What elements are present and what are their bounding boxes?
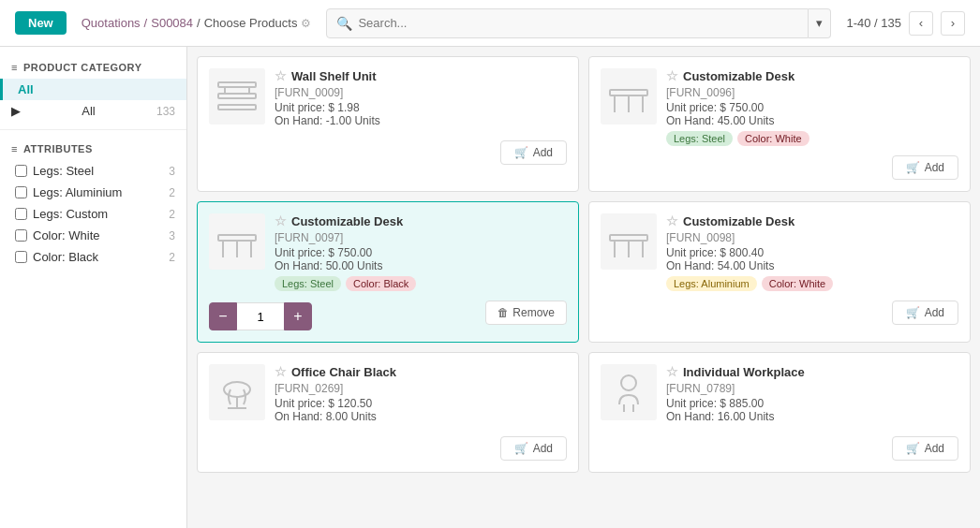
sidebar-item-all[interactable]: ▶ All 133: [0, 100, 186, 122]
sidebar-item-all-active[interactable]: All: [0, 79, 186, 100]
attr-checkbox-legs-steel[interactable]: [15, 165, 27, 177]
star-icon-6[interactable]: ☆: [666, 364, 678, 379]
sidebar-attr-color-black[interactable]: Color: Black 2: [0, 246, 186, 268]
product-info-wall-shelf-unit: ☆ Wall Shelf Unit [FURN_0009] Unit price…: [275, 68, 567, 131]
tag-legs-steel-3: Legs: Steel: [275, 276, 341, 291]
product-price-4: Unit price: $ 800.40: [666, 246, 958, 259]
attr-count-legs-steel: 3: [169, 165, 175, 178]
product-category-title: ≡ PRODUCT CATEGORY: [0, 56, 186, 79]
product-card-customizable-desk-98[interactable]: ☆ Customizable Desk [FURN_0098] Unit pri…: [588, 201, 971, 343]
product-info-desk-97: ☆ Customizable Desk [FURN_0097] Unit pri…: [275, 213, 567, 291]
star-icon-5[interactable]: ☆: [275, 364, 287, 379]
tag-color-white-2: Color: White: [737, 131, 809, 146]
cart-icon-5: 🛒: [514, 442, 528, 455]
attr-checkbox-legs-aluminium[interactable]: [15, 186, 27, 198]
svg-rect-1: [218, 94, 256, 98]
product-price-3: Unit price: $ 750.00: [275, 246, 567, 259]
attr-label-legs-aluminium: Legs: Aluminium: [33, 185, 122, 199]
attr-count-color-white: 3: [169, 229, 175, 242]
search-dropdown-button[interactable]: ▾: [809, 8, 831, 38]
product-code-2: [FURN_0096]: [666, 86, 958, 99]
add-button-desk-96[interactable]: 🛒 Add: [892, 155, 958, 180]
breadcrumb-s00084[interactable]: S00084: [151, 16, 193, 30]
cart-icon-6: 🛒: [906, 442, 920, 455]
product-tags-2: Legs: Steel Color: White: [666, 131, 958, 146]
product-image-wall-shelf-unit: [209, 68, 265, 125]
product-name-individual-workplace: ☆ Individual Workplace: [666, 364, 958, 379]
product-content: ☆ Wall Shelf Unit [FURN_0009] Unit price…: [187, 47, 980, 528]
star-icon-3[interactable]: ☆: [275, 213, 287, 228]
attr-label-legs-steel: Legs: Steel: [33, 164, 94, 178]
star-icon-1[interactable]: ☆: [275, 68, 287, 83]
product-footer-3: − + 🗑 Remove: [209, 295, 567, 330]
sidebar-attr-legs-steel[interactable]: Legs: Steel 3: [0, 160, 186, 182]
add-button-wall-shelf-unit[interactable]: 🛒 Add: [500, 140, 567, 165]
attr-label-legs-custom: Legs: Custom: [33, 207, 108, 221]
product-stock-5: On Hand: 8.00 Units: [275, 410, 567, 423]
add-label-2: Add: [925, 161, 944, 174]
product-footer-5: 🛒 Add: [209, 436, 567, 461]
product-stock-2: On Hand: 45.00 Units: [666, 114, 958, 127]
quantity-increase-button-3[interactable]: +: [284, 302, 312, 330]
product-card-customizable-desk-97[interactable]: ☆ Customizable Desk [FURN_0097] Unit pri…: [197, 201, 579, 343]
add-button-individual-workplace[interactable]: 🛒 Add: [892, 436, 958, 461]
quantity-input-3[interactable]: [237, 302, 284, 330]
attr-checkbox-legs-custom[interactable]: [15, 208, 27, 220]
breadcrumb-quotations[interactable]: Quotations: [82, 16, 141, 30]
star-icon-4[interactable]: ☆: [666, 213, 678, 228]
attr-count-color-black: 2: [169, 251, 175, 264]
product-stock-4: On Hand: 54.00 Units: [666, 259, 958, 272]
product-title-individual-workplace: Individual Workplace: [683, 365, 805, 379]
product-card-wall-shelf-unit[interactable]: ☆ Wall Shelf Unit [FURN_0009] Unit price…: [197, 56, 579, 192]
product-card-office-chair-black[interactable]: ☆ Office Chair Black [FURN_0269] Unit pr…: [197, 352, 579, 473]
remove-label-3: Remove: [512, 306, 555, 319]
add-button-office-chair[interactable]: 🛒 Add: [500, 436, 567, 461]
product-card-individual-workplace[interactable]: ☆ Individual Workplace [FURN_0789] Unit …: [588, 352, 971, 473]
product-tags-4: Legs: Aluminium Color: White: [666, 276, 958, 291]
next-page-button[interactable]: ›: [941, 11, 965, 36]
sidebar-attr-legs-aluminium[interactable]: Legs: Aluminium 2: [0, 182, 186, 203]
sidebar-attr-color-white[interactable]: Color: White 3: [0, 225, 186, 246]
sidebar-attr-legs-custom[interactable]: Legs: Custom 2: [0, 203, 186, 225]
attr-checkbox-color-white[interactable]: [15, 229, 27, 242]
product-card-inner-6: ☆ Individual Workplace [FURN_0789] Unit …: [601, 364, 958, 427]
quantity-decrease-button-3[interactable]: −: [209, 302, 237, 330]
add-label-4: Add: [925, 306, 944, 319]
product-info-office-chair: ☆ Office Chair Black [FURN_0269] Unit pr…: [275, 364, 567, 427]
product-title-office-chair: Office Chair Black: [291, 365, 396, 379]
search-group: 🔍 ▾: [326, 8, 831, 38]
product-stock-1: On Hand: -1.00 Units: [275, 114, 567, 127]
attr-count-legs-custom: 2: [169, 208, 175, 221]
cart-icon-4: 🛒: [906, 306, 920, 319]
svg-rect-13: [610, 235, 647, 241]
product-code-5: [FURN_0269]: [275, 382, 567, 395]
product-card-inner-2: ☆ Customizable Desk [FURN_0096] Unit pri…: [601, 68, 958, 146]
tag-legs-aluminium-4: Legs: Aluminium: [666, 276, 757, 291]
product-image-desk-97: [209, 213, 265, 270]
search-bar: 🔍: [326, 8, 809, 38]
quantity-controls-3: − +: [209, 302, 312, 330]
sidebar-item-all-count: 133: [156, 105, 175, 118]
header: New Quotations / S00084 / Choose Product…: [0, 0, 980, 47]
product-image-office-chair: [209, 364, 265, 420]
product-name-office-chair: ☆ Office Chair Black: [275, 364, 567, 379]
product-footer-6: 🛒 Add: [601, 436, 958, 461]
product-card-customizable-desk-96[interactable]: ☆ Customizable Desk [FURN_0096] Unit pri…: [588, 56, 971, 192]
add-button-desk-98[interactable]: 🛒 Add: [892, 301, 958, 325]
product-footer-1: 🛒 Add: [209, 140, 567, 165]
product-category-section: ≡ PRODUCT CATEGORY All ▶ All 133: [0, 56, 186, 122]
product-name-desk-96: ☆ Customizable Desk: [666, 68, 958, 83]
tag-color-black-3: Color: Black: [346, 276, 416, 291]
svg-rect-5: [610, 90, 647, 95]
search-input[interactable]: [358, 16, 798, 30]
product-title-desk-96: Customizable Desk: [683, 69, 794, 83]
gear-icon[interactable]: ⚙: [301, 17, 311, 30]
remove-button-3[interactable]: 🗑 Remove: [485, 301, 567, 325]
new-button[interactable]: New: [15, 11, 67, 35]
search-icon: 🔍: [336, 16, 352, 31]
svg-rect-0: [218, 82, 256, 87]
prev-page-button[interactable]: ‹: [909, 11, 933, 36]
attr-checkbox-color-black[interactable]: [15, 251, 27, 263]
attributes-title: ≡ ATTRIBUTES: [0, 138, 186, 160]
star-icon-2[interactable]: ☆: [666, 68, 678, 83]
